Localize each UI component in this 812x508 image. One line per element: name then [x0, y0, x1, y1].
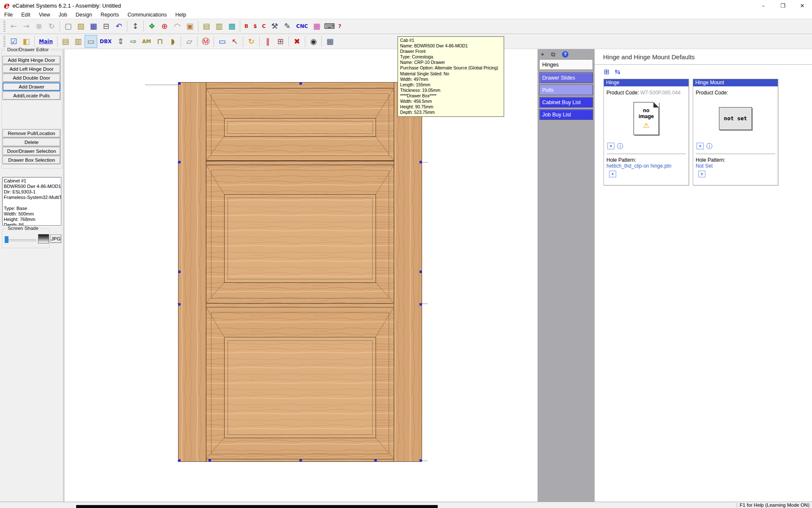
pin-panel-icon[interactable]: ⌖: [541, 51, 544, 57]
remove-pull-location-button[interactable]: Remove Pull/Location: [3, 129, 60, 138]
nav-item-hinges[interactable]: Hinges: [539, 59, 593, 70]
countertop-icon[interactable]: ⊓: [154, 35, 166, 48]
delete-x-icon[interactable]: ✖: [291, 35, 303, 48]
cabinet-info-line: BDWR500 Dwr 4-86-MOD1: [4, 184, 61, 189]
hinge-hole-pattern-link[interactable]: hettich_thd_clip-on hinge.ptn: [606, 163, 671, 169]
materials-icon[interactable]: ❖: [145, 20, 158, 33]
cabinet-room-icon[interactable]: ▩: [225, 20, 238, 33]
dimension-gauge-icon[interactable]: ‖: [261, 35, 274, 48]
shape-curve-icon[interactable]: ◠: [171, 20, 184, 33]
regenerate-icon[interactable]: ↻: [245, 35, 258, 48]
hinge-mount-hole-pattern-link[interactable]: Not Set: [696, 163, 713, 169]
cabinet-left-stile[interactable]: [178, 83, 206, 462]
drawer-box-selection-button[interactable]: Drawer Box Selection: [3, 156, 60, 164]
minimize-button[interactable]: –: [754, 0, 773, 11]
add-double-door-button[interactable]: Add Double Door: [3, 74, 60, 82]
cabinet-single-icon[interactable]: ▤: [200, 20, 213, 33]
door-swing-icon[interactable]: ⇕: [114, 35, 127, 48]
molding-part-icon[interactable]: ◗: [166, 35, 179, 48]
drawer-front-3[interactable]: [206, 307, 394, 459]
grid-snap-icon[interactable]: ⊞: [274, 35, 287, 48]
cabinet-drawing[interactable]: [178, 82, 422, 462]
cabinet-right-stile[interactable]: [394, 83, 422, 462]
cabinet-double-icon[interactable]: ▥: [213, 20, 225, 33]
hinge-select-dropdown[interactable]: ▾: [607, 143, 614, 149]
cost-report-icon[interactable]: $: [251, 20, 259, 33]
nav-item-job-buy-list[interactable]: Job Buy List: [539, 109, 593, 120]
drawer-front-1[interactable]: [206, 88, 394, 161]
delete-button[interactable]: Delete: [3, 138, 60, 146]
maximize-button[interactable]: ❒: [773, 0, 793, 11]
bid-report-icon[interactable]: B: [242, 20, 251, 33]
back-icon[interactable]: ←: [7, 20, 20, 33]
window-title: eCabinet Systems 6.2.1 - Assembly: Untit…: [12, 3, 121, 9]
cabinet-face-icon[interactable]: ▥: [72, 35, 85, 48]
keyboard-entry-icon[interactable]: ⌨: [323, 20, 336, 33]
display-options-icon[interactable]: ☑: [7, 35, 20, 48]
nav-item-cabinet-buy-list[interactable]: Cabinet Buy List: [539, 97, 593, 108]
screen-shade-slider-track[interactable]: [5, 239, 36, 241]
hinge-info-icon[interactable]: ⓘ: [617, 143, 623, 149]
adjust-settings-icon[interactable]: ↕: [129, 20, 142, 33]
open-folder-icon[interactable]: ▨: [74, 20, 87, 33]
nav-item-drawer-slides[interactable]: Drawer Slides: [539, 72, 593, 83]
door-drawer-selection-button[interactable]: Door/Drawer Selection: [3, 147, 60, 155]
menu-edit[interactable]: Edit: [17, 11, 35, 18]
sync-report-icon[interactable]: ⇆: [613, 68, 622, 75]
job-notes-icon[interactable]: ✎: [281, 20, 294, 33]
add-right-hinge-door-button[interactable]: Add Right Hinge Door: [3, 56, 60, 64]
hinge-hole-pattern-dropdown[interactable]: ▾: [609, 171, 616, 177]
toolbar-separator: [60, 21, 60, 32]
main-view-button[interactable]: Main: [36, 35, 55, 48]
menu-design[interactable]: Design: [71, 11, 96, 18]
menu-communications[interactable]: Communications: [123, 11, 171, 18]
undo-icon[interactable]: ↶: [112, 20, 125, 33]
door-drawer-editor-icon[interactable]: ▭: [85, 35, 97, 48]
pattern-editor-icon[interactable]: ▦: [310, 20, 323, 33]
nav-item-pulls[interactable]: Pulls: [539, 85, 593, 95]
screen-shade-slider-handle[interactable]: [5, 236, 8, 243]
menu-view[interactable]: View: [35, 11, 55, 18]
assembly-arrow-icon[interactable]: ⇨: [127, 35, 140, 48]
menu-job[interactable]: Job: [55, 11, 71, 18]
menu-reports[interactable]: Reports: [96, 11, 123, 18]
help-icon[interactable]: ?: [336, 20, 344, 33]
close-button[interactable]: ✕: [793, 0, 812, 11]
grid-view-icon[interactable]: ⊞: [602, 68, 611, 75]
hinge-mount-hole-pattern-dropdown[interactable]: ▾: [698, 171, 705, 177]
save-view-icon[interactable]: ◧: [20, 35, 33, 48]
hinge-mount-card-header: Hinge Mount: [693, 79, 778, 86]
add-drawer-button[interactable]: Add Drawer: [3, 83, 60, 91]
hinge-mount-info-icon[interactable]: ⓘ: [706, 143, 712, 149]
manufacturing-icon[interactable]: Ⓜ: [199, 35, 212, 48]
window-layout-icon[interactable]: ▭: [216, 35, 228, 48]
hinge-mount-select-dropdown[interactable]: ▾: [697, 143, 704, 149]
menu-file[interactable]: File: [0, 11, 17, 18]
refresh-icon[interactable]: ↻: [45, 20, 58, 33]
add-left-hinge-door-button[interactable]: Add Left Hinge Door: [3, 65, 60, 73]
measure-tools-icon[interactable]: ⚒: [268, 20, 281, 33]
panel-help-icon[interactable]: ?: [562, 51, 568, 58]
schedule-icon[interactable]: ▦: [324, 35, 336, 48]
snapshot-camera-icon[interactable]: ◉: [307, 35, 320, 48]
select-cursor-icon[interactable]: ↖: [228, 35, 241, 48]
stop-icon[interactable]: ⊗: [33, 20, 45, 33]
plumb-point-icon[interactable]: ⊕: [158, 20, 171, 33]
print-icon[interactable]: ⊟: [100, 20, 112, 33]
board-3d-icon[interactable]: ▱: [183, 35, 195, 48]
assembly-canvas[interactable]: [63, 49, 538, 502]
assembly-manager-icon[interactable]: AM: [140, 35, 154, 48]
popout-window-icon[interactable]: ⧉: [551, 51, 555, 57]
add-locate-pulls-button[interactable]: Add/Locate Pulls: [3, 91, 60, 100]
cutlist-report-icon[interactable]: C: [260, 20, 269, 33]
new-file-icon[interactable]: ▢: [62, 20, 74, 33]
save-icon[interactable]: ▦: [87, 20, 100, 33]
jpg-export-button[interactable]: JPG: [50, 235, 61, 243]
drawer-front-2[interactable]: [206, 165, 394, 304]
cabinet-editor-icon[interactable]: ▤: [59, 35, 72, 48]
menu-help[interactable]: Help: [171, 11, 191, 18]
forward-icon[interactable]: →: [20, 20, 33, 33]
cnc-output-icon[interactable]: CNC: [294, 20, 310, 33]
dbx-export-icon[interactable]: DBX: [97, 35, 114, 48]
panel-stock-icon[interactable]: ▣: [184, 20, 196, 33]
